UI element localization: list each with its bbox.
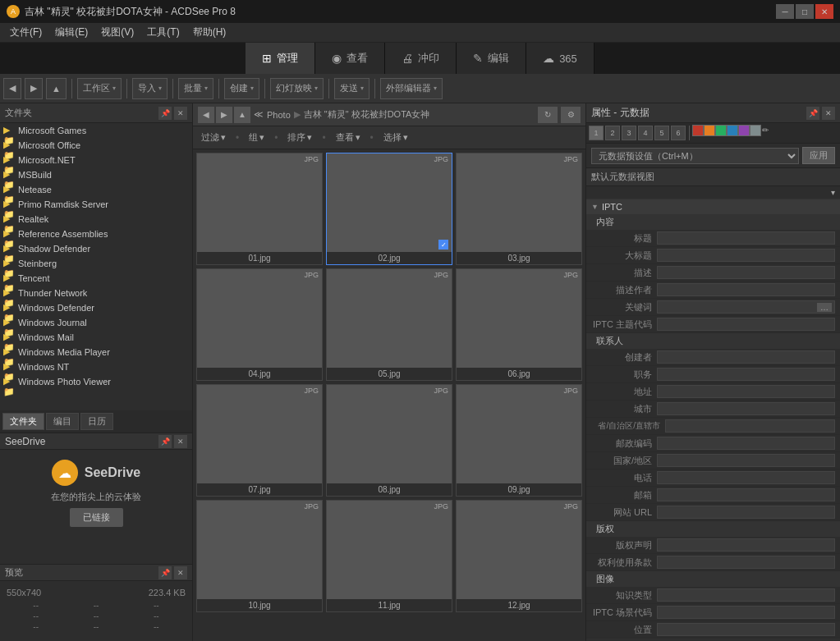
photo-item-2[interactable]: JPG03.jpg (456, 153, 582, 265)
photo-item-3[interactable]: JPG04.jpg (196, 268, 323, 381)
filter-button[interactable]: 过滤 ▾ (198, 130, 229, 145)
field-country-value[interactable] (657, 454, 835, 467)
photo-item-11[interactable]: JPG12.jpg (456, 500, 582, 612)
back-button[interactable]: ◀ (3, 78, 21, 99)
nav-forward-button[interactable]: ▶ (216, 107, 232, 123)
tab-view[interactable]: ◉ 查看 (315, 43, 385, 74)
breadcrumb-part1[interactable]: Photo (267, 110, 291, 120)
seedrive-connect-button[interactable]: 已链接 (70, 508, 123, 527)
iptc-section-header[interactable]: ▼ IPTC (586, 199, 840, 214)
view-button[interactable]: 查看 ▾ (333, 130, 364, 145)
field-zipcode-value[interactable] (657, 437, 835, 450)
forward-button[interactable]: ▶ (25, 78, 43, 99)
meta-tab-3[interactable]: 3 (622, 126, 636, 140)
workspace-button[interactable]: 工作区 ▾ (77, 78, 122, 99)
import-button[interactable]: 导入 ▾ (132, 78, 168, 99)
tab-edit[interactable]: ✎ 编辑 (457, 43, 526, 74)
sidebar-close-button[interactable]: ✕ (174, 107, 187, 120)
ext-editor-button[interactable]: 外部编辑器 ▾ (380, 78, 443, 99)
tree-item-3[interactable]: ▶ 📁MSBuild (0, 167, 192, 182)
photo-item-8[interactable]: JPG09.jpg (456, 384, 582, 497)
close-button[interactable]: ✕ (815, 4, 833, 19)
tree-item-6[interactable]: ▶ 📁Realtek (0, 212, 192, 227)
field-rights-usage-value[interactable] (657, 556, 835, 569)
photo-item-0[interactable]: JPG01.jpg (196, 153, 323, 265)
color-swatch-orange[interactable] (704, 125, 715, 136)
tab-print[interactable]: 🖨 冲印 (385, 43, 457, 74)
create-button[interactable]: 创建 ▾ (224, 78, 259, 99)
field-keywords-value[interactable]: … (657, 300, 835, 314)
up-button[interactable]: ▲ (46, 78, 67, 99)
slideshow-button[interactable]: 幻灯放映 ▾ (270, 78, 324, 99)
minimize-button[interactable]: ─ (776, 4, 794, 19)
tab-folder[interactable]: 文件夹 (2, 413, 44, 430)
breadcrumb-part2[interactable]: 吉林 "精灵" 校花被封DOTA女神 (304, 108, 430, 121)
field-address-value[interactable] (657, 385, 835, 398)
tab-manage[interactable]: ⊞ 管理 (246, 43, 315, 74)
send-button[interactable]: 发送 ▾ (334, 78, 370, 99)
menu-view[interactable]: 视图(V) (94, 24, 140, 41)
meta-close-button[interactable]: ✕ (822, 107, 835, 120)
photo-item-9[interactable]: JPG10.jpg (196, 500, 323, 612)
field-creator-value[interactable] (657, 350, 835, 364)
field-city-value[interactable] (657, 402, 835, 415)
color-swatch-blue[interactable] (727, 125, 738, 136)
meta-tab-5[interactable]: 5 (654, 126, 669, 140)
photo-item-10[interactable]: JPG11.jpg (326, 500, 452, 612)
tree-item-7[interactable]: ▶ 📁Reference Assemblies (0, 227, 192, 241)
field-description-value[interactable] (657, 266, 835, 279)
photo-item-1[interactable]: JPG✓02.jpg (326, 153, 452, 265)
field-desc-author-value[interactable] (657, 283, 835, 296)
tree-item-12[interactable]: ▶ 📁Windows Defender (0, 300, 192, 315)
photo-item-4[interactable]: JPG05.jpg (326, 268, 452, 381)
tree-item-14[interactable]: ▶ 📁Windows Mail (0, 330, 192, 345)
tree-item-0[interactable]: ▶ 📁Microsoft Games (0, 123, 192, 138)
photo-item-6[interactable]: JPG07.jpg (196, 384, 323, 497)
field-province-value[interactable] (665, 419, 835, 433)
field-title-value[interactable] (657, 231, 835, 245)
seedrive-close-button[interactable]: ✕ (174, 435, 187, 448)
menu-file[interactable]: 文件(F) (3, 24, 48, 41)
tab-365[interactable]: ☁ 365 (526, 43, 594, 74)
photo-item-7[interactable]: JPG08.jpg (326, 384, 452, 497)
edit-swatches-icon[interactable]: ✏ (761, 125, 769, 141)
tree-item-13[interactable]: ▶ 📁Windows Journal (0, 315, 192, 330)
field-iptc-code-value[interactable] (657, 318, 835, 331)
color-swatch-red[interactable] (692, 125, 704, 136)
nav-back-button[interactable]: ◀ (198, 107, 214, 123)
tab-calendar[interactable]: 日历 (80, 413, 113, 430)
tree-item-16[interactable]: ▶ 📁Windows NT (0, 359, 192, 374)
maximize-button[interactable]: □ (796, 4, 814, 19)
meta-tab-4[interactable]: 4 (638, 126, 653, 140)
field-phone-value[interactable] (657, 471, 835, 484)
tree-item-15[interactable]: ▶ 📁Windows Media Player (0, 345, 192, 359)
field-iptc-scene-value[interactable] (657, 606, 835, 619)
keywords-more-button[interactable]: … (817, 303, 832, 312)
tree-item-17[interactable]: ▶ 📁Windows Photo Viewer (0, 374, 192, 389)
refresh-button[interactable]: ↻ (538, 107, 558, 123)
color-swatch-purple[interactable] (738, 125, 750, 136)
tab-catalog[interactable]: 编目 (46, 413, 79, 430)
field-website-value[interactable] (657, 506, 835, 519)
meta-tab-2[interactable]: 2 (605, 126, 620, 140)
tree-item-4[interactable]: ▶ 📁Netease (0, 182, 192, 197)
field-email-value[interactable] (657, 488, 835, 501)
meta-view-dropdown-arrow[interactable]: ▾ (831, 188, 835, 197)
field-knowledge-type-value[interactable] (657, 588, 835, 602)
nav-up-button[interactable]: ▲ (234, 107, 250, 123)
meta-tab-6[interactable]: 6 (671, 126, 686, 140)
field-headline-value[interactable] (657, 249, 835, 262)
sidebar-pin-button[interactable]: 📌 (158, 107, 172, 120)
tree-item-5[interactable]: ▶ 📁Primo Ramdisk Server (0, 197, 192, 212)
meta-pin-button[interactable]: 📌 (806, 107, 819, 120)
preview-close-button[interactable]: ✕ (174, 566, 187, 579)
group-button[interactable]: 组 ▾ (246, 130, 268, 145)
color-swatch-green[interactable] (715, 125, 727, 136)
field-job-title-value[interactable] (657, 368, 835, 381)
menu-tools[interactable]: 工具(T) (140, 24, 186, 41)
meta-tab-1[interactable]: 1 (589, 126, 604, 140)
menu-edit[interactable]: 编辑(E) (48, 24, 94, 41)
seedrive-pin-button[interactable]: 📌 (158, 435, 172, 448)
field-copyright-value[interactable] (657, 538, 835, 552)
field-location-value[interactable] (657, 623, 835, 636)
